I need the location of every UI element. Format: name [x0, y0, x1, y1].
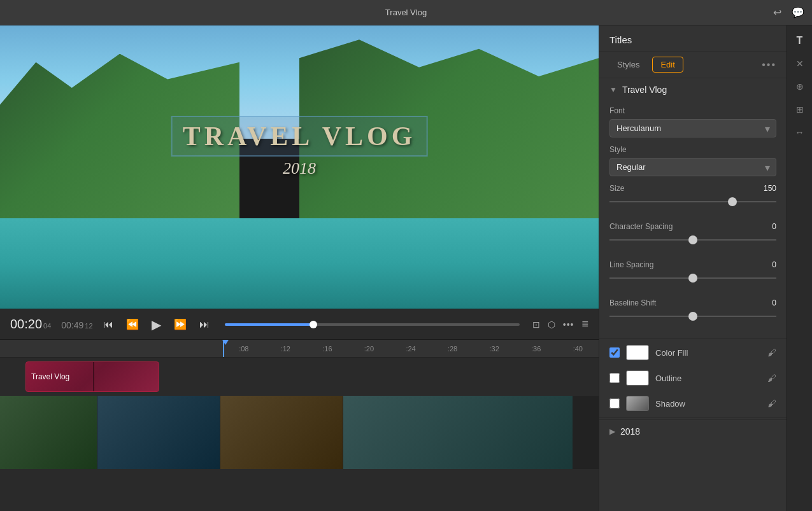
- main-area: TRAVEL VLOG 2018 00:20 04 00:49 12 ⏮ ⏪ ▶…: [0, 25, 812, 511]
- far-right: T ✕ ⊕ ⊞ ↔: [787, 25, 812, 511]
- controls-bar: 00:20 04 00:49 12 ⏮ ⏪ ▶ ⏩ ⏭ ⊡ ⬡ ••• ≡: [0, 309, 599, 339]
- left-area: TRAVEL VLOG 2018 00:20 04 00:49 12 ⏮ ⏪ ▶…: [0, 25, 599, 511]
- panel-title: Titles: [609, 34, 632, 45]
- style-select[interactable]: Regular: [609, 158, 776, 176]
- style-select-wrapper: Regular ▾: [609, 158, 776, 176]
- baseline-slider[interactable]: [609, 316, 776, 317]
- video-preview: TRAVEL VLOG 2018: [0, 25, 599, 309]
- section-title-travel-vlog: Travel Vlog: [622, 85, 667, 95]
- baseline-slider-container: [609, 310, 776, 323]
- timeline-tracks: Travel Vlog: [0, 358, 599, 511]
- far-right-icon-1[interactable]: T: [790, 31, 810, 51]
- style-label: Style: [609, 145, 776, 154]
- more-icon[interactable]: •••: [563, 319, 574, 330]
- ruler-mark-2: :12: [265, 345, 307, 353]
- char-spacing-slider[interactable]: [609, 239, 776, 241]
- char-spacing-slider-row: Character Spacing 0: [609, 222, 776, 231]
- ruler-mark-5: :24: [390, 345, 432, 353]
- font-select-wrapper: Herculanum ▾: [609, 119, 776, 137]
- baseline-slider-row: Baseline Shift 0: [609, 298, 776, 307]
- progress-thumb: [310, 321, 317, 328]
- section-arrow-travel-vlog: ▼: [609, 85, 617, 94]
- ruler-mark-6: :28: [432, 345, 474, 353]
- font-section: Font Herculanum ▾: [599, 101, 787, 145]
- far-right-icon-4[interactable]: ⊞: [790, 99, 810, 120]
- clip-divider: [93, 362, 94, 391]
- baseline-label: Baseline Shift: [609, 298, 656, 307]
- font-label: Font: [609, 106, 776, 115]
- tab-styles[interactable]: Styles: [609, 57, 647, 72]
- tab-more[interactable]: •••: [762, 59, 776, 71]
- step-forward-button[interactable]: ⏩: [171, 316, 189, 333]
- char-spacing-slider-container: [609, 234, 776, 246]
- shadow-swatch[interactable]: [626, 396, 649, 411]
- top-bar-icons: ↩ 💬: [773, 6, 804, 18]
- far-right-icon-3[interactable]: ⊕: [790, 76, 810, 97]
- outline-checkbox[interactable]: [609, 373, 620, 383]
- color-fill-checkbox[interactable]: [609, 347, 620, 358]
- ruler-mark-8: :36: [515, 345, 557, 353]
- title-overlay: TRAVEL VLOG 2018: [171, 116, 428, 178]
- baseline-section: Baseline Shift 0: [599, 298, 787, 337]
- progress-bar[interactable]: [225, 323, 520, 326]
- clip-thumb-4: [343, 396, 573, 469]
- color-fill-swatch[interactable]: [626, 345, 649, 360]
- play-button[interactable]: ▶: [149, 314, 164, 335]
- line-spacing-slider[interactable]: [609, 277, 776, 279]
- tab-edit[interactable]: Edit: [652, 57, 683, 73]
- ruler-mark-4: :20: [348, 345, 390, 353]
- title-clip[interactable]: Travel Vlog: [25, 361, 159, 392]
- color-fill-eyedropper[interactable]: 🖌: [767, 347, 776, 358]
- section-header-2018[interactable]: ▶ 2018: [599, 419, 787, 443]
- outline-eyedropper[interactable]: 🖌: [767, 373, 776, 383]
- line-spacing-section: Line Spacing 0: [599, 260, 787, 298]
- view-icon[interactable]: ⊡: [532, 319, 540, 330]
- media-clip-4[interactable]: [343, 396, 573, 469]
- outline-swatch[interactable]: [626, 370, 649, 386]
- ruler-mark-1: :08: [223, 345, 265, 353]
- shadow-eyedropper[interactable]: 🖌: [767, 398, 776, 409]
- font-select[interactable]: Herculanum: [609, 119, 776, 137]
- top-bar: Travel Vlog ↩ 💬: [0, 0, 812, 25]
- line-spacing-value: 0: [772, 260, 776, 269]
- expand-arrow-2018: ▶: [609, 427, 615, 436]
- media-track: [0, 396, 599, 469]
- window-title: Travel Vlog: [385, 8, 427, 17]
- size-slider[interactable]: [609, 201, 776, 202]
- title-track: Travel Vlog: [0, 358, 599, 396]
- step-back-button[interactable]: ⏪: [124, 316, 141, 333]
- size-slider-container: [609, 195, 776, 208]
- shadow-checkbox[interactable]: [609, 398, 620, 409]
- size-slider-row: Size 150: [609, 184, 776, 193]
- outline-label: Outline: [655, 374, 761, 383]
- far-right-icon-5[interactable]: ↔: [790, 122, 810, 143]
- time-current-frames: 04: [43, 322, 51, 330]
- export-icon[interactable]: ⬡: [548, 319, 555, 330]
- outline-row: Outline 🖌: [599, 365, 787, 391]
- far-right-icon-2[interactable]: ✕: [790, 53, 810, 74]
- line-spacing-slider-row: Line Spacing 0: [609, 260, 776, 269]
- media-clip-2[interactable]: [97, 396, 220, 469]
- line-spacing-label: Line Spacing: [609, 260, 653, 269]
- undo-icon[interactable]: ↩: [773, 6, 781, 18]
- section-header-travel-vlog[interactable]: ▼ Travel Vlog: [599, 78, 787, 101]
- progress-fill: [225, 323, 313, 326]
- skip-to-start-button[interactable]: ⏮: [101, 316, 116, 333]
- comment-icon[interactable]: 💬: [792, 6, 804, 18]
- menu-icon[interactable]: ≡: [581, 318, 588, 331]
- size-label: Size: [609, 184, 624, 193]
- time-display: 00:20 04 00:49 12: [10, 317, 93, 332]
- timeline-area: :08 :12 :16 :20 :24 :28 :32 :36 :40 Trav…: [0, 339, 599, 511]
- media-clip-1[interactable]: [0, 396, 97, 469]
- size-value: 150: [764, 184, 776, 193]
- size-section: Size 150: [599, 184, 787, 222]
- controls-right: ⊡ ⬡ ••• ≡: [532, 318, 588, 331]
- clip-thumb-3: [220, 396, 343, 469]
- ruler-mark-7: :32: [473, 345, 515, 353]
- skip-to-end-button[interactable]: ⏭: [197, 316, 212, 333]
- media-clip-3[interactable]: [220, 396, 343, 469]
- section-title-2018: 2018: [620, 426, 640, 437]
- time-current: 00:20: [10, 317, 42, 332]
- clip-thumb-1: [0, 396, 97, 469]
- track-content: Travel Vlog: [0, 358, 599, 511]
